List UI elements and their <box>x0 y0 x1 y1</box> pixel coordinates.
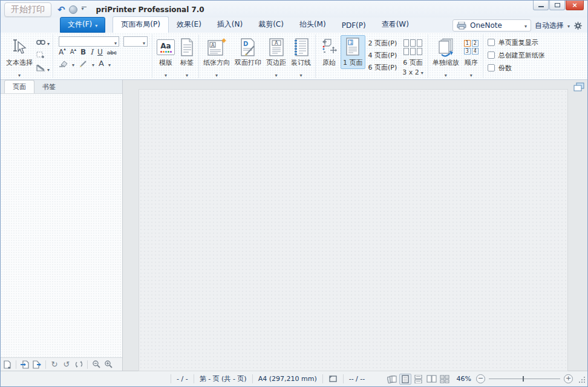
rotate-ccw-button[interactable]: ↺ <box>62 360 71 369</box>
duplex-print-button[interactable]: D 双面打印 <box>232 35 264 69</box>
tab-page-layout[interactable]: 页面布局(P) <box>113 16 169 33</box>
view-single-page-button[interactable] <box>399 374 411 385</box>
document-canvas[interactable] <box>123 80 587 371</box>
tab-effects[interactable]: 效果(E) <box>169 17 209 33</box>
tab-letterhead[interactable]: 抬头(M) <box>292 17 334 33</box>
chevron-down-icon <box>143 36 145 47</box>
page-setup-button[interactable] <box>328 375 338 383</box>
sidebar-tab-pages[interactable]: 页面 <box>4 80 34 93</box>
insert-page-before-button[interactable] <box>20 360 30 369</box>
view-thumbnails-button[interactable] <box>439 374 451 385</box>
page-thumbnails-panel[interactable] <box>1 94 122 357</box>
shrink-font-button[interactable]: A▴ <box>70 49 76 55</box>
find-icon <box>36 39 45 46</box>
template-button[interactable]: Aa 模版 <box>154 35 177 80</box>
gutter-button[interactable]: 装订线 <box>289 35 313 80</box>
insert-page-after-button[interactable] <box>32 360 42 369</box>
tab-insert[interactable]: 插入(N) <box>209 17 250 33</box>
zoom-in-button[interactable]: + <box>564 374 573 383</box>
tab-view[interactable]: 查看(W) <box>374 17 417 33</box>
tab-pdf[interactable]: PDF(P) <box>334 19 374 33</box>
rotate-cw-button[interactable]: ↻ <box>50 360 59 369</box>
start-print-button[interactable]: 开始打印 <box>4 2 51 17</box>
rotate-180-button[interactable] <box>74 360 83 369</box>
original-layout-button[interactable]: 原始 <box>318 35 341 69</box>
zoom-slider-thumb[interactable] <box>523 376 524 382</box>
paper-size-indicator[interactable]: A4 (297,210 mm) <box>258 375 317 383</box>
undo-icon[interactable]: ↶ <box>57 5 65 15</box>
page-overview-icon[interactable] <box>573 82 584 91</box>
one-page-button[interactable]: 1 1 页面 <box>341 35 365 69</box>
statusbar: - / - 第 - 页 (共 - 页) A4 (297,210 mm) -- /… <box>1 371 587 386</box>
chevron-down-icon[interactable] <box>72 58 74 69</box>
checkbox-repeat-single-page[interactable] <box>488 39 495 46</box>
individual-scale-button[interactable]: 单独缩放 <box>430 35 462 80</box>
maximize-button[interactable] <box>549 1 565 10</box>
clear-format-button[interactable] <box>59 60 68 67</box>
bold-button[interactable]: B <box>80 48 86 56</box>
ribbon-tab-bar: 文件(F) 页面布局(P) 效果(E) 插入(N) 裁剪(C) 抬头(M) PD… <box>1 18 587 33</box>
text-select-icon <box>10 37 28 58</box>
customize-quick-access-icon[interactable] <box>81 7 88 13</box>
paper-orientation-icon: A <box>207 37 226 58</box>
find-button[interactable] <box>35 36 51 48</box>
chevron-down-icon[interactable] <box>567 21 570 30</box>
zoom-out-button[interactable] <box>91 360 101 369</box>
tags-icon <box>180 37 194 58</box>
workspace-area[interactable] <box>139 89 568 371</box>
underline-button[interactable]: U <box>97 48 103 56</box>
text-select-button[interactable]: 文本选择 <box>4 35 35 80</box>
group-template: Aa 模版 标签 <box>152 35 199 78</box>
minimize-button[interactable] <box>533 1 549 10</box>
printer-dropdown[interactable]: OneNote <box>452 19 531 31</box>
zoom-slider[interactable] <box>489 374 560 383</box>
two-pages-button[interactable]: 2 页面(P) <box>365 38 400 49</box>
checkbox-create-new-sheet[interactable] <box>488 51 495 59</box>
chevron-down-icon <box>114 36 117 47</box>
font-name-combobox[interactable] <box>59 36 119 47</box>
tags-button[interactable]: 标签 <box>177 35 197 80</box>
preview-ball-icon[interactable] <box>69 5 77 14</box>
zoom-slider-track <box>489 379 560 379</box>
capture-button[interactable] <box>35 51 51 59</box>
paper-orientation-button[interactable]: A 纸张方向 <box>201 35 232 80</box>
view-facing-pages-button[interactable] <box>426 374 438 385</box>
six-pages-button[interactable]: 6 页面(P) <box>365 62 400 73</box>
six-pages-grid-button[interactable]: 6 页面 3 x 2 <box>400 35 426 78</box>
four-pages-button[interactable]: 4 页面(P) <box>365 50 400 61</box>
group-selection: 文本选择 <box>2 35 53 78</box>
zoom-in-button[interactable] <box>103 360 113 369</box>
order-button[interactable]: 1 2 3 4 顺序 <box>462 35 481 80</box>
template-icon: Aa <box>157 37 175 58</box>
italic-button[interactable]: I <box>90 48 93 56</box>
font-color-button[interactable]: A <box>99 59 104 67</box>
grow-font-button[interactable]: A▴ <box>59 48 66 56</box>
chevron-down-icon[interactable] <box>108 58 111 69</box>
tab-crop[interactable]: 裁剪(C) <box>250 17 292 33</box>
text-select-label: 文本选择 <box>6 58 33 67</box>
font-size-combobox[interactable] <box>123 36 148 47</box>
margins-button[interactable]: A 页边距 <box>264 35 289 80</box>
order-label: 顺序 <box>465 58 478 67</box>
highlight-button[interactable] <box>79 60 88 67</box>
template-aa-glyph: Aa <box>160 42 171 50</box>
view-fan-pages-button[interactable] <box>386 374 398 385</box>
page-number-indicator[interactable]: 第 - 页 (共 - 页) <box>200 374 247 383</box>
tab-file[interactable]: 文件(F) <box>60 17 105 33</box>
view-continuous-button[interactable] <box>413 374 425 385</box>
new-page-button[interactable] <box>2 360 12 369</box>
zoom-out-button[interactable]: − <box>476 374 485 383</box>
checkbox-copies[interactable] <box>488 64 495 71</box>
gutter-label: 装订线 <box>291 58 311 67</box>
gear-icon[interactable] <box>573 21 583 30</box>
chevron-down-icon[interactable] <box>92 58 94 69</box>
strikethrough-button[interactable]: abc <box>107 50 117 56</box>
chevron-down-icon <box>47 62 50 74</box>
original-layout-label: 原始 <box>322 58 336 67</box>
sidebar-tab-bookmarks[interactable]: 书签 <box>34 81 64 93</box>
close-button[interactable]: × <box>566 1 584 10</box>
paper-source-dropdown[interactable]: 自动选择 <box>535 21 564 31</box>
svg-text:D: D <box>243 41 248 47</box>
resize-grip[interactable] <box>578 375 585 383</box>
measure-button[interactable] <box>35 62 51 74</box>
